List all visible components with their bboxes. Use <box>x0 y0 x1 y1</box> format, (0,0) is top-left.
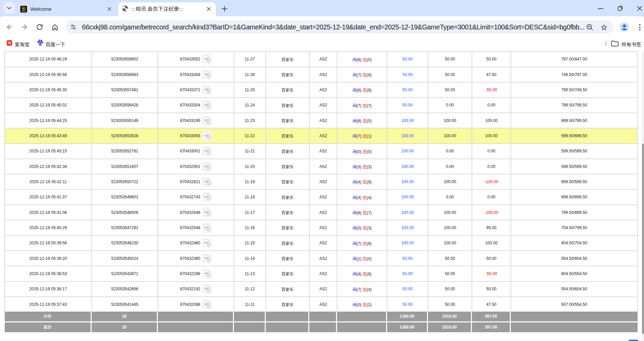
svg-text:du: du <box>39 42 42 45</box>
